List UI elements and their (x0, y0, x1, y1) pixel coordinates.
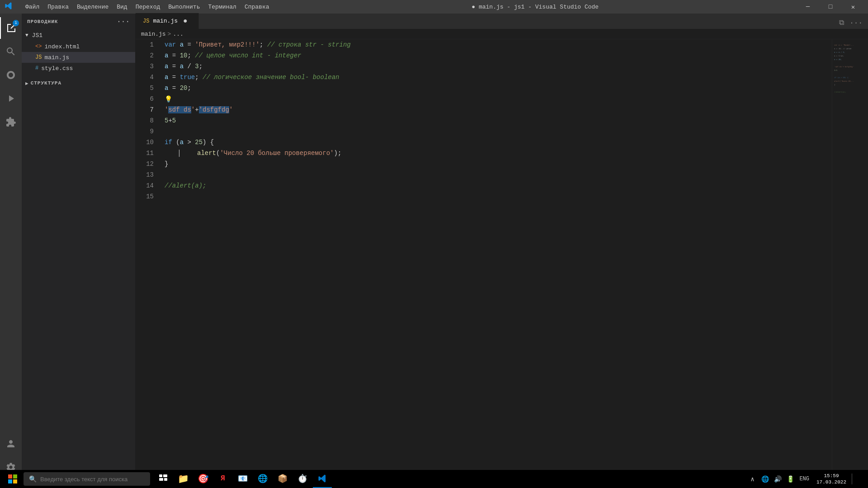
menu-file[interactable]: Файл (22, 3, 43, 11)
line-num-1: 1 (139, 39, 154, 50)
svg-text:a = true;: a = true; (834, 55, 844, 57)
notification-badge: 1 (13, 20, 19, 26)
code-content[interactable]: var a = 'Привет, мир2!!!'; // строка str… (157, 39, 832, 478)
line-num-2: 2 (139, 50, 154, 61)
tab-label: main.js (153, 18, 178, 24)
account-icon[interactable] (0, 433, 22, 455)
svg-text:alert('Число 20...: alert('Число 20... (834, 80, 854, 82)
tray-language[interactable]: ENG (797, 476, 811, 482)
line-num-5: 5 (139, 83, 154, 94)
tab-js-icon: JS (143, 18, 149, 24)
svg-rect-12 (13, 474, 17, 479)
sidebar-file-mainjs[interactable]: JS main.js (22, 52, 135, 63)
sidebar-file-indexhtml[interactable]: <> index.html (22, 41, 135, 52)
line-num-4: 4 (139, 72, 154, 83)
menu-selection[interactable]: Выделение (73, 3, 112, 11)
sidebar-more-icon[interactable]: ··· (117, 18, 130, 26)
taskbar-app-taskview[interactable] (154, 470, 173, 488)
line-num-15: 15 (139, 191, 154, 202)
taskbar-tray: ∧ 🌐 🔊 🔋 ENG 15:59 17.03.2022 (743, 473, 866, 485)
code-line-4: a = true; // логическое значение bool- b… (165, 72, 825, 83)
svg-rect-18 (164, 478, 167, 481)
time-display: 15:59 (824, 473, 839, 479)
split-editor-button[interactable]: ⧉ (837, 17, 846, 29)
code-line-2: a = 10; // целое число int - integer (165, 50, 825, 61)
taskbar: 🔍 📁 🎯 Я 📧 🌐 📦 ⏱️ (0, 470, 868, 488)
search-magnifier-icon: 🔍 (29, 475, 37, 483)
lightbulb-icon[interactable]: 💡 (165, 95, 172, 103)
svg-text:a = a / 3;: a = a / 3; (834, 51, 845, 53)
taskbar-app-chrome[interactable]: 🌐 (253, 470, 272, 488)
run-icon[interactable] (0, 88, 22, 109)
code-editor[interactable]: 1 2 3 4 5 6 7 8 9 10 11 12 13 14 15 var … (136, 39, 868, 478)
minimize-button[interactable]: ─ (797, 0, 818, 14)
maximize-button[interactable]: □ (820, 0, 841, 14)
line-num-6: 6 (139, 94, 154, 104)
css-file-icon: # (35, 65, 38, 71)
window-controls[interactable]: ─ □ ✕ (797, 0, 863, 14)
taskbar-app-special1[interactable]: 🎯 (193, 470, 212, 488)
menu-run[interactable]: Выполнить (165, 3, 203, 11)
breadcrumb-file[interactable]: main.js (141, 31, 166, 38)
sidebar-file-stylecss[interactable]: # style.css (22, 63, 135, 74)
line-num-3: 3 (139, 61, 154, 72)
file-name-indexhtml: index.html (44, 43, 80, 50)
titlebar: Файл Правка Выделение Вид Переход Выполн… (0, 0, 868, 14)
sidebar-structure[interactable]: ▶ СТРУКТУРА (22, 77, 135, 89)
line-num-13: 13 (139, 169, 154, 180)
structure-label: СТРУКТУРА (31, 80, 61, 86)
taskbar-time[interactable]: 15:59 17.03.2022 (813, 473, 850, 485)
taskbar-search-input[interactable] (40, 476, 140, 483)
menu-view[interactable]: Вид (113, 3, 131, 11)
taskbar-app-something[interactable]: 📧 (233, 470, 252, 488)
tab-mainjs[interactable]: JS main.js ● (136, 13, 199, 29)
close-button[interactable]: ✕ (843, 0, 863, 14)
source-control-icon[interactable] (0, 64, 22, 86)
tray-volume-icon[interactable]: 🔊 (772, 474, 783, 484)
svg-text:if (a > 25) {: if (a > 25) { (834, 76, 848, 79)
code-line-12: } (165, 159, 825, 169)
taskbar-start[interactable] (2, 470, 24, 488)
html-file-icon: <> (35, 43, 42, 50)
sidebar-folder-js1[interactable]: ▼ JS1 (22, 29, 135, 41)
taskbar-app-extra1[interactable]: 📦 (273, 470, 292, 488)
extensions-icon[interactable] (0, 111, 22, 133)
show-desktop-icon[interactable] (852, 474, 863, 484)
explorer-icon[interactable]: 1 (0, 17, 22, 39)
taskbar-app-clock[interactable]: ⏱️ (293, 470, 312, 488)
tray-battery-icon[interactable]: 🔋 (785, 474, 796, 484)
tab-actions: ⧉ ··· (834, 17, 868, 29)
vscode-logo (5, 2, 13, 12)
code-line-10: if (a > 25) { (165, 137, 825, 148)
minimap[interactable]: var a = 'Привет... a = 10; // целое a = … (832, 39, 868, 478)
svg-rect-13 (8, 479, 12, 483)
taskbar-search[interactable]: 🔍 (24, 472, 150, 486)
menu-edit[interactable]: Правка (44, 3, 72, 11)
code-line-6: 💡 (165, 94, 825, 104)
date-display: 17.03.2022 (816, 479, 846, 485)
taskbar-app-vscode[interactable] (313, 470, 332, 488)
windows-start-button[interactable] (2, 470, 24, 488)
code-line-3: a = a / 3; (165, 61, 825, 72)
code-line-9 (165, 126, 825, 137)
taskbar-app-explorer[interactable]: 📁 (174, 470, 193, 488)
menu-help[interactable]: Справка (241, 3, 273, 11)
taskbar-app-yandex[interactable]: Я (213, 470, 232, 488)
js-file-icon: JS (35, 54, 42, 61)
breadcrumb-path[interactable]: ... (173, 31, 183, 38)
code-line-1: var a = 'Привет, мир2!!!'; // строка str… (165, 39, 825, 50)
menu-terminal[interactable]: Терминал (204, 3, 240, 11)
code-line-13 (165, 169, 825, 180)
tray-network-icon[interactable]: 🌐 (760, 474, 770, 484)
line-num-14: 14 (139, 180, 154, 191)
more-actions-button[interactable]: ··· (848, 17, 864, 29)
svg-text:a = 20;: a = 20; (834, 58, 842, 61)
tab-unsaved-dot: ● (183, 17, 188, 25)
menu-go[interactable]: Переход (132, 3, 164, 11)
structure-arrow-icon: ▶ (25, 80, 29, 86)
file-name-mainjs: main.js (44, 54, 69, 61)
tray-arrow-icon[interactable]: ∧ (747, 474, 758, 484)
menu-bar[interactable]: Файл Правка Выделение Вид Переход Выполн… (22, 3, 273, 11)
svg-text:5+5: 5+5 (834, 69, 838, 71)
search-icon[interactable] (0, 41, 22, 62)
